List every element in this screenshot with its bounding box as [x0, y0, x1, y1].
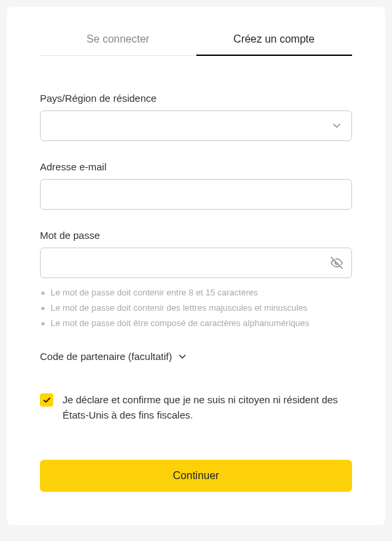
password-label: Mot de passe — [40, 230, 352, 241]
partner-code-label: Code de partenaire (facultatif) — [40, 351, 172, 362]
chevron-down-icon[interactable] — [331, 120, 343, 132]
continue-button[interactable]: Continuer — [40, 460, 352, 492]
eye-off-icon[interactable] — [331, 257, 343, 269]
signup-card: Se connecter Créez un compte Pays/Région… — [7, 7, 385, 525]
chevron-down-icon — [177, 351, 188, 362]
password-rule: Le mot de passe doit être composé de car… — [40, 315, 352, 331]
password-field[interactable] — [40, 248, 352, 278]
declaration-checkbox[interactable] — [40, 393, 53, 407]
declaration-text: Je déclare et confirme que je ne suis ni… — [63, 392, 352, 423]
declaration-row: Je déclare et confirme que je ne suis ni… — [40, 392, 352, 423]
country-group: Pays/Région de résidence — [40, 92, 352, 141]
password-rule: Le mot de passe doit contenir entre 8 et… — [40, 285, 352, 300]
tab-signup[interactable]: Créez un compte — [196, 33, 353, 56]
password-rules: Le mot de passe doit contenir entre 8 et… — [40, 285, 352, 331]
email-group: Adresse e-mail — [40, 161, 352, 210]
country-label: Pays/Région de résidence — [40, 92, 352, 104]
email-label: Adresse e-mail — [40, 161, 352, 172]
partner-code-toggle[interactable]: Code de partenaire (facultatif) — [40, 351, 352, 362]
password-rule: Le mot de passe doit contenir des lettre… — [40, 300, 352, 315]
email-field[interactable] — [40, 179, 352, 210]
auth-tabs: Se connecter Créez un compte — [40, 33, 352, 56]
password-group: Mot de passe Le mot de passe doit conten… — [40, 230, 352, 331]
country-select[interactable] — [40, 110, 352, 141]
tab-login[interactable]: Se connecter — [40, 33, 196, 56]
